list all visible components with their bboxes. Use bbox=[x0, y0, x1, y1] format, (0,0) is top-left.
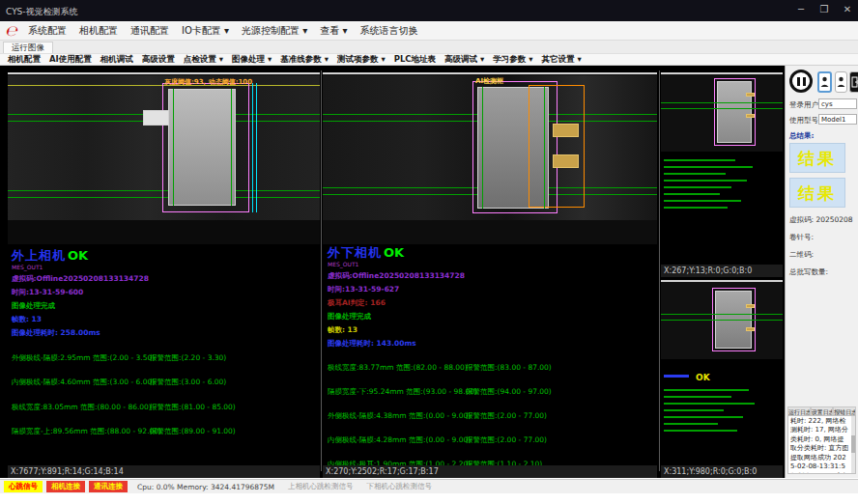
log-output[interactable]: 耗时: 222, 网络检测耗时: 17, 网络分类耗时: 0, 网络提取分类耗时… bbox=[787, 415, 856, 474]
roi-rect-pink bbox=[714, 78, 756, 146]
tool-learning-params[interactable]: 学习参数 ▾ bbox=[493, 54, 532, 66]
tool-ai-config[interactable]: AI使用配置 bbox=[49, 54, 92, 66]
operator-button[interactable] bbox=[835, 71, 847, 93]
maximize-button[interactable]: ❐ bbox=[817, 4, 831, 14]
frame-top-line bbox=[661, 281, 783, 282]
edge-line-cyan bbox=[252, 83, 253, 212]
pin-number-label: 卷针号: bbox=[789, 233, 814, 242]
alarm-range: 报警范围:(83.00 - 87.00) bbox=[466, 363, 552, 373]
menu-comm-config[interactable]: 通讯配置 bbox=[130, 24, 169, 38]
tool-image-processing[interactable]: 图像处理 ▾ bbox=[232, 54, 272, 66]
measurement-row: 隔膜宽度-上:89.56mm 范围:(88.00 - 92.00)报警范围:(8… bbox=[12, 427, 316, 436]
tool-advanced-debug[interactable]: 高级调试 ▾ bbox=[444, 54, 484, 66]
camera-view-lower[interactable]: AI检测框 bbox=[323, 72, 657, 244]
micro-text-line bbox=[664, 180, 747, 182]
edge-line-green bbox=[482, 87, 483, 209]
thumbnail-view-top[interactable] bbox=[661, 72, 783, 152]
menu-language-switch[interactable]: 系统语言切换 bbox=[359, 24, 417, 38]
process-done-line: 图像处理完成 bbox=[12, 301, 316, 311]
close-button[interactable]: ✕ bbox=[841, 4, 854, 14]
qr-code-label: 二维码: bbox=[789, 250, 814, 260]
tool-camera-config[interactable]: 相机配置 bbox=[8, 54, 41, 66]
thumbnail-top-text bbox=[661, 154, 783, 265]
menu-camera-config[interactable]: 相机配置 bbox=[79, 24, 118, 38]
result-block-upper: 外上相机OK MES_OUT1 虚拟码:Offline2025020813313… bbox=[12, 245, 316, 436]
measurement-row: 内侧极线-隔膜:4.60mm 范围:(3.00 - 6.00)报警范围:(3.0… bbox=[12, 378, 316, 387]
user-icon bbox=[820, 76, 829, 88]
measurement-row: 外侧极线-隔膜:4.38mm 范围:(0.00 - 9.00)报警范围:(2.0… bbox=[328, 411, 656, 421]
baseline-green bbox=[661, 108, 783, 109]
pause-button[interactable] bbox=[789, 70, 813, 93]
camera-connection-badge: 相机连接 bbox=[46, 481, 85, 492]
login-user-field[interactable]: cys bbox=[818, 98, 857, 109]
result-block-lower: 外下相机OK MES_OUT1 虚拟码:Offline2025020813313… bbox=[328, 242, 656, 478]
time-line: 时间:13-31-59-600 bbox=[12, 288, 316, 297]
cursor-coords-lower: X:270;Y:2502;R:17;G:17;B:17 bbox=[323, 465, 657, 478]
menu-io-config[interactable]: IO卡配置 ▾ bbox=[182, 24, 229, 38]
result-ok-label: OK bbox=[384, 245, 404, 260]
right-control-panel: 登录用户: cys 使用型号: Model1 总结果: 结果 结果 虚拟码: 2… bbox=[785, 66, 858, 478]
title-bar: CYS-视觉检测系统 ─ ❐ ✕ bbox=[0, 0, 858, 21]
exit-button[interactable] bbox=[849, 71, 858, 93]
menu-view[interactable]: 查看 ▾ bbox=[320, 24, 347, 38]
tab-run-image[interactable]: 运行图像 bbox=[3, 42, 53, 53]
tool-camera-debug[interactable]: 相机调试 bbox=[100, 54, 133, 66]
camera-view-upper[interactable]: 灰度阈值:93, 动态阈值:100 bbox=[8, 72, 320, 244]
batch-count-label: 总批写数量: bbox=[789, 267, 828, 277]
micro-text-line bbox=[664, 416, 743, 418]
process-done-line: 图像处理完成 bbox=[328, 312, 656, 322]
tool-advanced-settings[interactable]: 高级设置 bbox=[142, 54, 175, 66]
tool-other-settings[interactable]: 其它设置 ▾ bbox=[542, 54, 582, 66]
main-view-area: 灰度阈值:93, 动态阈值:100 外上相机OK MES_OUT1 虚拟码:Of… bbox=[0, 66, 785, 478]
menu-light-config[interactable]: 光源控制配置 ▾ bbox=[242, 24, 307, 38]
edge-line-cyan bbox=[256, 83, 257, 212]
result-ok-label: OK bbox=[68, 248, 88, 263]
thumb-result-ok-label: OK bbox=[696, 373, 710, 382]
log-scrollbar[interactable] bbox=[851, 416, 855, 473]
micro-text-line bbox=[664, 173, 726, 175]
tab-highlight bbox=[553, 124, 579, 137]
tab-highlight bbox=[746, 327, 755, 331]
cursor-coords-upper: X:7677;Y:891;R:14;G:14;B:14 bbox=[8, 465, 320, 478]
frame-count-line: 帧数: 13 bbox=[328, 325, 656, 335]
view-separator bbox=[659, 70, 660, 471]
alarm-range: 报警范围:(2.20 - 3.30) bbox=[150, 353, 226, 363]
total-result-label: 总结果: bbox=[789, 131, 815, 141]
tool-plc-address[interactable]: PLC地址表 bbox=[394, 54, 436, 66]
menu-system-config[interactable]: 系统配置 bbox=[28, 24, 67, 38]
cursor-coords-thumb-bottom: X:311;Y:980;R:0;G:0;B:0 bbox=[661, 465, 783, 478]
menu-bar: ℮ 系统配置 相机配置 通讯配置 IO卡配置 ▾ 光源控制配置 ▾ 查看 ▾ 系… bbox=[0, 21, 858, 41]
camera-name-label: 外下相机 bbox=[328, 245, 382, 260]
window-title: CYS-视觉检测系统 bbox=[6, 6, 78, 18]
thumbnail-bottom-text: OK bbox=[661, 363, 783, 463]
login-user-button[interactable] bbox=[817, 71, 832, 93]
measurement-row: 隔膜宽度-下:95.24mm 范围:(93.00 - 98.00)报警范围:(9… bbox=[328, 387, 656, 397]
app-logo-icon: ℮ bbox=[5, 23, 20, 39]
tool-test-params[interactable]: 测试项参数 ▾ bbox=[337, 54, 386, 66]
cursor-coords-thumb-top: X:267;Y:13;R:0;G:0;B:0 bbox=[661, 265, 783, 277]
heartbeat-signal-badge: 心跳信号 bbox=[4, 481, 43, 492]
frame-top-line bbox=[661, 73, 783, 74]
result-box-upper: 结果 bbox=[789, 143, 845, 173]
minimize-button[interactable]: ─ bbox=[794, 4, 808, 14]
micro-text-line bbox=[664, 409, 724, 411]
tool-spot-check[interactable]: 点检设置 ▾ bbox=[184, 54, 223, 66]
micro-text-line bbox=[664, 375, 689, 378]
login-user-label: 登录用户: bbox=[789, 100, 821, 110]
virtual-barcode-line: 虚拟码:Offline20250208133134728 bbox=[12, 274, 316, 284]
edge-line-green bbox=[173, 89, 174, 206]
micro-text-line bbox=[664, 423, 718, 425]
cell-block bbox=[168, 89, 236, 206]
ai-box-overlay-label: AI检测框 bbox=[475, 76, 503, 86]
app-window: CYS-视觉检测系统 ─ ❐ ✕ ℮ 系统配置 相机配置 通讯配置 IO卡配置 … bbox=[0, 0, 858, 504]
thumbnail-view-bottom[interactable] bbox=[661, 280, 783, 359]
micro-text-line bbox=[664, 193, 720, 195]
threshold-overlay-label: 灰度阈值:93, 动态阈值:100 bbox=[164, 77, 252, 87]
tool-baseline-params[interactable]: 基准线参数 ▾ bbox=[280, 54, 329, 66]
micro-text-line bbox=[664, 207, 728, 209]
alarm-range: 报警范围:(94.00 - 97.00) bbox=[466, 387, 552, 397]
measurement-row: 极线宽度:83.05mm 范围:(80.00 - 86.00)报警范围:(81.… bbox=[12, 403, 316, 412]
toolbar: 相机配置 AI使用配置 相机调试 高级设置 点检设置 ▾ 图像处理 ▾ 基准线参… bbox=[0, 53, 858, 66]
model-field[interactable]: Model1 bbox=[818, 114, 857, 125]
status-bar: 心跳信号 相机连接 通讯连接 Cpu: 0.0% Memory: 3424.41… bbox=[0, 479, 858, 493]
